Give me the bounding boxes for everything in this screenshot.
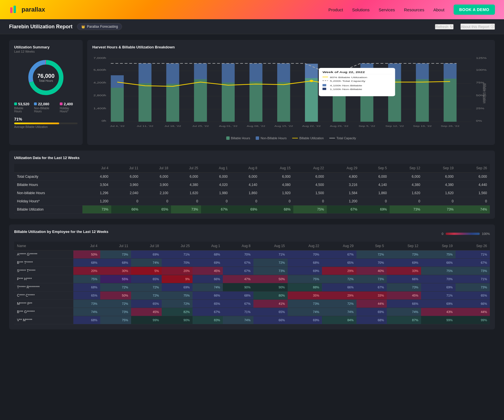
emp-cell: 70% <box>288 250 322 259</box>
svg-rect-74 <box>323 88 326 90</box>
emp-cell: 20% <box>162 267 193 275</box>
emp-cell: 68% <box>223 292 253 300</box>
summary-subtitle: Last 12 Weeks <box>14 50 78 53</box>
svg-rect-30 <box>166 63 179 84</box>
forecasting-badge[interactable]: 👑 Parallax Forecasting <box>77 23 122 30</box>
cell-value: 1,200 <box>327 197 360 205</box>
table-row: V** M*****68%75%99%90%83%74%66%69%84%68%… <box>14 316 490 324</box>
book-demo-button[interactable]: BOOK A DEMO <box>454 5 495 15</box>
emp-cell: 73% <box>288 300 322 308</box>
emp-cell: 67% <box>223 300 253 308</box>
logo[interactable]: parallax <box>9 5 45 15</box>
svg-rect-35 <box>249 82 262 122</box>
emp-cell: 73% <box>73 300 100 308</box>
cell-value: 73% <box>423 205 456 214</box>
emp-cell: 67% <box>356 283 387 292</box>
emp-cell: 40% <box>356 267 387 275</box>
emp-cell: 73% <box>100 308 131 316</box>
cell-value: 6,000 <box>230 173 260 181</box>
emp-cell: 75% <box>288 275 322 283</box>
crown-icon: 👑 <box>81 25 85 29</box>
cell-value: 6,000 <box>423 173 456 181</box>
nav-resources[interactable]: Resources <box>404 7 424 12</box>
cell-value: 4,080 <box>260 181 293 189</box>
table-row: Holiday Hours*1,20000000001,2000000 <box>14 197 490 205</box>
progress-bar <box>14 123 78 124</box>
table-row: Non-billable Hours1,2962,0402,1001,6201,… <box>14 189 490 197</box>
svg-point-76 <box>309 80 313 82</box>
svg-text:4,200h: 4,200h <box>93 81 106 84</box>
nav-solutions[interactable]: Solutions <box>352 7 370 12</box>
svg-rect-49 <box>444 79 457 122</box>
avg-label: Average Billable Utilization <box>14 125 78 128</box>
col-aug29: Aug 29 <box>327 164 360 173</box>
refresh-label: Refresh <box>435 25 449 29</box>
nav-about[interactable]: About <box>433 7 444 12</box>
emp-table-title: Billable Utilization by Employee for the… <box>14 230 108 234</box>
billable-val: 53,520 <box>18 102 29 106</box>
avg-utilization: 71% Average Billable Utilization <box>14 117 78 128</box>
emp-col-aug1: Aug 1 <box>193 242 223 250</box>
cell-value: 4,380 <box>171 181 201 189</box>
cell-value: 0 <box>111 197 141 205</box>
chart-legend: Billable Hours Non-Billable Hours Billab… <box>92 136 490 140</box>
emp-cell: 87% <box>387 316 421 324</box>
emp-col-sep12: Sep 12 <box>387 242 421 250</box>
cell-value: 6,000 <box>201 173 230 181</box>
nav-services[interactable]: Services <box>379 7 395 12</box>
refresh-button[interactable]: Refresh ↻ <box>435 24 454 29</box>
billable-legend-label: Billable Hours <box>231 136 250 140</box>
info-icon: ⓘ <box>491 24 494 29</box>
col-aug1: Aug 1 <box>201 164 230 173</box>
nonbillable-legend-label: Non-Billable Hours <box>260 136 287 140</box>
emp-cell: 30% <box>100 267 131 275</box>
emp-cell: 99% <box>456 316 490 324</box>
cell-value: 1,860 <box>360 189 390 197</box>
cell-value: 67% <box>327 205 360 214</box>
emp-cell: 65% <box>131 300 162 308</box>
navigation: parallax Product Solutions Services Reso… <box>0 0 504 19</box>
about-report-button[interactable]: About this Report ⓘ <box>460 23 495 30</box>
svg-rect-36 <box>249 63 262 82</box>
col-sep19: Sep 19 <box>423 164 456 173</box>
svg-rect-31 <box>194 79 207 122</box>
emp-col-sep26: Sep 26 <box>456 242 490 250</box>
svg-rect-34 <box>222 63 235 83</box>
svg-rect-39 <box>305 78 318 122</box>
emp-cell: 65% <box>456 292 490 300</box>
emp-cell: 68% <box>288 259 322 267</box>
emp-cell: 73% <box>253 267 288 275</box>
svg-rect-28 <box>138 63 151 83</box>
svg-text:Jul 18, '22: Jul 18, '22 <box>165 125 181 127</box>
svg-text:Jul 11, '22: Jul 11, '22 <box>137 125 153 127</box>
emp-cell: 90% <box>253 283 288 292</box>
svg-rect-48 <box>416 63 429 79</box>
chart-card: Harvest Hours & Billable Utilization Bre… <box>87 40 495 145</box>
cell-value: 1,560 <box>456 189 490 197</box>
svg-rect-27 <box>138 83 151 122</box>
emp-cell: 71% <box>223 308 253 316</box>
emp-cell: 73% <box>387 250 421 259</box>
emp-cell: 68% <box>73 316 100 324</box>
svg-text:0h: 0h <box>102 119 106 122</box>
nav-product[interactable]: Product <box>328 7 343 12</box>
legend-util-line: Billable Utilization <box>292 136 324 140</box>
nav-links: Product Solutions Services Resources Abo… <box>328 5 495 15</box>
cell-value: 6,000 <box>390 173 423 181</box>
util-data-table: Jul 4 Jul 11 Jul 18 Jul 25 Aug 1 Aug 8 A… <box>14 164 490 214</box>
cell-value: 73% <box>171 205 201 214</box>
emp-cell: 66% <box>421 259 455 267</box>
table-row: M***** P**73%72%65%72%65%67%41%73%72%44%… <box>14 300 490 308</box>
svg-rect-2 <box>17 8 18 12</box>
cell-value: 74% <box>456 205 490 214</box>
emp-cell: 33% <box>387 267 421 275</box>
emp-col-name: Name <box>14 242 73 250</box>
cell-value: 0 <box>141 197 171 205</box>
emp-cell: 5% <box>131 267 162 275</box>
legend-capacity: Total Capacity <box>329 136 356 140</box>
cell-value: 0 <box>423 197 456 205</box>
emp-cell: 44% <box>456 308 490 316</box>
svg-text:Sep 26, '22: Sep 26, '22 <box>441 125 460 127</box>
emp-cell: 9% <box>162 275 193 283</box>
cell-value: 4,020 <box>201 181 230 189</box>
